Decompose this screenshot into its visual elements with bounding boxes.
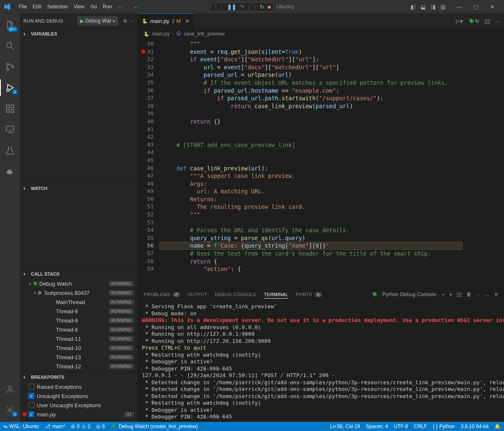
menu-edit[interactable]: Edit — [30, 4, 44, 10]
close-icon[interactable]: ✕ — [185, 18, 190, 24]
callstack-row[interactable]: Thread-13RUNNING — [20, 352, 137, 362]
section-watch[interactable]: ▾ WATCH — [20, 183, 137, 193]
docker-icon[interactable] — [0, 163, 20, 180]
section-breakpoints[interactable]: ▾ BREAKPOINTS — [20, 372, 137, 382]
panel-more-icon[interactable]: ··· — [476, 292, 480, 297]
breadcrumb-file: main.py — [152, 31, 170, 37]
step-over-icon[interactable]: ↷ — [240, 4, 244, 10]
breakpoint-row[interactable]: Raised Exceptions — [20, 382, 137, 391]
debug-icon: 🪲 — [111, 423, 117, 429]
minimap[interactable] — [462, 39, 504, 288]
breakpoint-row[interactable]: User Uncaught Exceptions — [20, 401, 137, 410]
testing-icon[interactable] — [0, 142, 20, 159]
checkbox[interactable] — [28, 384, 34, 390]
status-notifications-icon[interactable]: 🔔 — [494, 423, 501, 429]
callstack-row[interactable]: Thread-12RUNNING — [20, 362, 137, 371]
remote-explorer-icon[interactable] — [0, 121, 20, 138]
line-gutter[interactable]: 3031323334353637383940414243444546474849… — [138, 39, 160, 288]
status-eol[interactable]: CRLF — [414, 423, 427, 429]
callstack-row[interactable]: Thread-9RUNNING — [20, 316, 137, 325]
kill-terminal-icon[interactable]: 🗑 — [466, 292, 471, 297]
callstack-row[interactable]: Thread-6RUNNING — [20, 307, 137, 316]
panel-tab-output[interactable]: OUTPUT — [187, 292, 207, 297]
run-button-icon[interactable]: ▷▾ — [456, 18, 463, 24]
callstack-row[interactable]: MainThreadRUNNING — [20, 297, 137, 307]
settings-badge: 1 — [12, 412, 18, 417]
menu-view[interactable]: View — [71, 4, 87, 10]
section-callstack[interactable]: ▾ CALL STACK — [20, 269, 137, 279]
status-interpreter[interactable]: 3.8.10 64-bit — [461, 423, 489, 429]
panel-tab-debugconsole[interactable]: DEBUG CONSOLE — [215, 292, 256, 297]
panel-tab-problems[interactable]: PROBLEMS 2 — [144, 292, 180, 297]
tab-main-py[interactable]: 🐍 main.py 2 M ✕ — [138, 13, 194, 28]
section-variables[interactable]: ▾ VARIABLES — [20, 29, 137, 39]
window-close-icon[interactable]: ✕ — [484, 4, 501, 10]
bottom-panel: PROBLEMS 2 OUTPUT DEBUG CONSOLE TERMINAL… — [138, 288, 504, 422]
debug-restart-icon[interactable]: 🪲↻ — [468, 18, 479, 24]
terminal[interactable]: * Serving Flask app 'create_link_preview… — [138, 301, 504, 422]
editor-more-icon[interactable]: ··· — [495, 18, 500, 24]
status-problems[interactable]: ⊘0 ⚠2 — [71, 423, 90, 429]
checkbox[interactable]: ✓ — [28, 411, 34, 417]
status-branch[interactable]: ⎇ main* — [45, 423, 65, 429]
code-area[interactable]: """ event = req.get_json(silent=True) if… — [160, 39, 462, 288]
window-minimize-icon[interactable]: — — [451, 4, 467, 10]
pause-icon[interactable]: ❚❚ — [227, 4, 236, 10]
drag-handle-icon[interactable]: ⋮⋮ — [213, 4, 224, 10]
layout-right-icon[interactable]: ◨ — [431, 4, 436, 10]
split-terminal-icon[interactable]: ▯▯ — [456, 292, 463, 297]
checkbox[interactable]: ✓ — [28, 393, 34, 399]
status-ports[interactable]: ◎ 6 — [96, 423, 105, 429]
terminal-profile-label[interactable]: Python Debug Console — [382, 292, 436, 297]
gear-icon[interactable]: ⚙ — [123, 18, 127, 24]
callstack-row[interactable]: Thread-10RUNNING — [20, 343, 137, 352]
settings-icon[interactable]: 1 — [0, 402, 20, 418]
step-into-icon[interactable]: ↓ — [248, 4, 251, 10]
window-title: Ubuntu] — [276, 4, 294, 10]
menu-go[interactable]: Go — [87, 4, 100, 10]
source-control-icon[interactable] — [0, 58, 20, 75]
nav-forward-icon[interactable]: → — [143, 4, 148, 10]
layout-bottom-icon[interactable]: ⬓ — [420, 4, 425, 10]
stop-icon[interactable]: ■ — [268, 4, 271, 10]
explorer-icon[interactable]: 1K+ — [0, 17, 20, 33]
new-terminal-icon[interactable]: ＋ — [441, 291, 446, 298]
checkbox[interactable] — [28, 402, 34, 408]
svg-point-3 — [7, 68, 9, 71]
more-icon[interactable]: ··· — [130, 18, 134, 23]
status-remote[interactable]: ⇋ WSL: Ubuntu — [3, 423, 39, 429]
breakpoint-row[interactable]: ✓Uncaught Exceptions — [20, 391, 137, 401]
layout-left-icon[interactable]: ◧ — [410, 4, 415, 10]
panel-tab-ports[interactable]: PORTS 6 — [296, 292, 322, 297]
menu-selection[interactable]: Selection — [44, 4, 71, 10]
status-language[interactable]: { } Python — [433, 423, 455, 429]
status-lncol[interactable]: Ln 56, Col 19 — [330, 423, 360, 429]
callstack-row[interactable]: Thread-11RUNNING — [20, 334, 137, 343]
window-maximize-icon[interactable]: ▢ — [467, 4, 484, 10]
menu-run[interactable]: Run — [100, 4, 115, 10]
account-icon[interactable] — [0, 381, 20, 398]
chevron-up-icon[interactable]: ︿ — [484, 291, 489, 298]
callstack-row[interactable]: ▾⚙Subprocess 80437RUNNING — [20, 288, 137, 297]
menu-more[interactable]: ··· — [115, 4, 125, 10]
status-spaces[interactable]: Spaces: 4 — [366, 423, 388, 429]
extensions-icon[interactable] — [0, 100, 20, 117]
nav-back-icon[interactable]: ← — [133, 4, 139, 10]
debug-config-select[interactable]: ▶ Debug Wat ▾ — [77, 16, 118, 25]
restart-icon[interactable]: ↻ — [260, 4, 264, 10]
menu-file[interactable]: File — [16, 4, 30, 10]
breakpoint-row[interactable]: ✓main.py31 — [20, 410, 137, 419]
status-encoding[interactable]: UTF-8 — [394, 423, 408, 429]
search-icon[interactable] — [0, 38, 20, 54]
terminal-dropdown-icon[interactable]: ▾ — [450, 292, 452, 297]
split-editor-icon[interactable]: ▯▯ — [484, 18, 490, 24]
callstack-row[interactable]: Thread-8RUNNING — [20, 325, 137, 334]
panel-close-icon[interactable]: ✕ — [494, 292, 498, 297]
layout-custom-icon[interactable]: ▥ — [441, 4, 446, 10]
status-debug[interactable]: 🪲 Debug Watch (create_link_preview) — [111, 423, 198, 429]
callstack-row[interactable]: ▾🪲Debug WatchRUNNING — [20, 279, 137, 288]
panel-tab-terminal[interactable]: TERMINAL — [264, 292, 288, 299]
breadcrumb[interactable]: 🐍 main.py › ⦿ case_link_preview — [138, 28, 504, 39]
step-out-icon[interactable]: ↑ — [254, 4, 257, 10]
run-debug-icon[interactable]: 1 — [0, 79, 20, 96]
